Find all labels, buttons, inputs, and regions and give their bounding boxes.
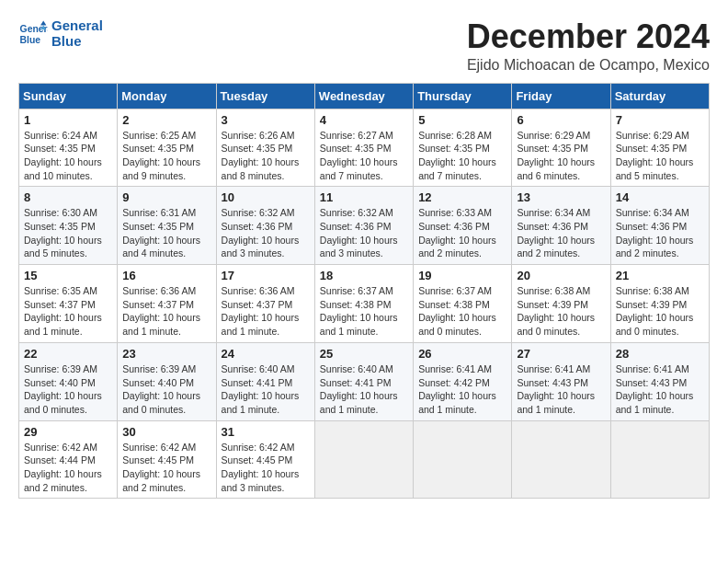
weekday-header: Tuesday [216,83,314,109]
day-number: 18 [320,269,408,282]
calendar-cell: 8Sunrise: 6:30 AM Sunset: 4:35 PM Daylig… [19,187,118,265]
day-number: 14 [616,190,704,204]
calendar-week-row: 8Sunrise: 6:30 AM Sunset: 4:35 PM Daylig… [19,187,710,265]
weekday-header: Wednesday [314,83,413,109]
calendar-cell [414,420,512,499]
day-info: Sunrise: 6:41 AM Sunset: 4:42 PM Dayligh… [418,362,506,417]
day-info: Sunrise: 6:29 AM Sunset: 4:35 PM Dayligh… [616,129,704,183]
calendar-cell: 17Sunrise: 6:36 AM Sunset: 4:37 PM Dayli… [216,265,314,343]
day-info: Sunrise: 6:31 AM Sunset: 4:35 PM Dayligh… [122,206,210,260]
day-info: Sunrise: 6:36 AM Sunset: 4:37 PM Dayligh… [122,284,210,339]
day-info: Sunrise: 6:27 AM Sunset: 4:35 PM Dayligh… [320,129,408,183]
weekday-header: Thursday [414,83,512,109]
calendar-cell [314,420,413,499]
day-number: 25 [320,347,408,361]
weekday-header: Saturday [610,83,709,109]
day-number: 7 [616,113,704,127]
calendar-week-row: 29Sunrise: 6:42 AM Sunset: 4:44 PM Dayli… [19,420,710,499]
logo-icon: General Blue [18,19,48,49]
weekday-header: Sunday [19,83,118,109]
title-block: December 2024 Ejido Michoacan de Ocampo,… [467,18,710,74]
day-info: Sunrise: 6:28 AM Sunset: 4:35 PM Dayligh… [418,129,506,183]
day-info: Sunrise: 6:37 AM Sunset: 4:38 PM Dayligh… [320,284,408,339]
svg-marker-2 [40,20,46,25]
day-info: Sunrise: 6:26 AM Sunset: 4:35 PM Dayligh… [222,129,310,183]
calendar-cell: 30Sunrise: 6:42 AM Sunset: 4:45 PM Dayli… [118,420,216,499]
day-number: 24 [222,347,310,361]
calendar-cell: 27Sunrise: 6:41 AM Sunset: 4:43 PM Dayli… [512,342,610,420]
day-number: 20 [517,269,605,282]
day-number: 12 [418,190,506,204]
logo: General Blue General Blue [18,18,103,49]
day-info: Sunrise: 6:40 AM Sunset: 4:41 PM Dayligh… [222,362,310,417]
month-title: December 2024 [467,18,710,55]
calendar-cell: 31Sunrise: 6:42 AM Sunset: 4:45 PM Dayli… [216,420,314,499]
day-number: 5 [418,113,506,127]
day-info: Sunrise: 6:40 AM Sunset: 4:41 PM Dayligh… [320,362,408,417]
day-info: Sunrise: 6:42 AM Sunset: 4:45 PM Dayligh… [222,441,310,495]
day-info: Sunrise: 6:35 AM Sunset: 4:37 PM Dayligh… [24,284,112,339]
calendar-cell: 26Sunrise: 6:41 AM Sunset: 4:42 PM Dayli… [414,342,512,420]
day-number: 1 [24,113,112,127]
day-info: Sunrise: 6:42 AM Sunset: 4:45 PM Dayligh… [122,441,210,495]
calendar-cell: 6Sunrise: 6:29 AM Sunset: 4:35 PM Daylig… [512,109,610,187]
day-info: Sunrise: 6:39 AM Sunset: 4:40 PM Dayligh… [24,362,112,417]
calendar-cell: 21Sunrise: 6:38 AM Sunset: 4:39 PM Dayli… [610,265,709,343]
day-info: Sunrise: 6:34 AM Sunset: 4:36 PM Dayligh… [517,206,605,260]
day-info: Sunrise: 6:32 AM Sunset: 4:36 PM Dayligh… [222,206,310,260]
day-info: Sunrise: 6:38 AM Sunset: 4:39 PM Dayligh… [517,284,605,339]
calendar-week-row: 15Sunrise: 6:35 AM Sunset: 4:37 PM Dayli… [19,265,710,343]
day-number: 28 [616,347,704,361]
calendar-cell: 5Sunrise: 6:28 AM Sunset: 4:35 PM Daylig… [414,109,512,187]
day-number: 11 [320,190,408,204]
calendar-cell: 4Sunrise: 6:27 AM Sunset: 4:35 PM Daylig… [314,109,413,187]
calendar-cell: 11Sunrise: 6:32 AM Sunset: 4:36 PM Dayli… [314,187,413,265]
calendar-cell: 7Sunrise: 6:29 AM Sunset: 4:35 PM Daylig… [610,109,709,187]
day-info: Sunrise: 6:39 AM Sunset: 4:40 PM Dayligh… [122,362,210,417]
day-number: 10 [222,190,310,204]
day-number: 31 [222,425,310,439]
day-number: 15 [24,269,112,282]
day-info: Sunrise: 6:32 AM Sunset: 4:36 PM Dayligh… [320,206,408,260]
day-number: 3 [222,113,310,127]
day-number: 16 [122,269,210,282]
day-info: Sunrise: 6:41 AM Sunset: 4:43 PM Dayligh… [616,362,704,417]
calendar-cell: 1Sunrise: 6:24 AM Sunset: 4:35 PM Daylig… [19,109,118,187]
calendar-cell: 20Sunrise: 6:38 AM Sunset: 4:39 PM Dayli… [512,265,610,343]
calendar-cell: 12Sunrise: 6:33 AM Sunset: 4:36 PM Dayli… [414,187,512,265]
calendar-cell: 14Sunrise: 6:34 AM Sunset: 4:36 PM Dayli… [610,187,709,265]
day-number: 6 [517,113,605,127]
day-number: 21 [616,269,704,282]
day-number: 9 [122,190,210,204]
day-number: 2 [122,113,210,127]
logo-line1: General [51,18,103,34]
day-number: 19 [418,269,506,282]
day-info: Sunrise: 6:34 AM Sunset: 4:36 PM Dayligh… [616,206,704,260]
day-info: Sunrise: 6:37 AM Sunset: 4:38 PM Dayligh… [418,284,506,339]
day-number: 22 [24,347,112,361]
day-number: 29 [24,425,112,439]
calendar-cell: 24Sunrise: 6:40 AM Sunset: 4:41 PM Dayli… [216,342,314,420]
weekday-header: Monday [118,83,216,109]
day-info: Sunrise: 6:33 AM Sunset: 4:36 PM Dayligh… [418,206,506,260]
day-info: Sunrise: 6:38 AM Sunset: 4:39 PM Dayligh… [616,284,704,339]
day-info: Sunrise: 6:36 AM Sunset: 4:37 PM Dayligh… [222,284,310,339]
day-number: 23 [122,347,210,361]
calendar-header-row: SundayMondayTuesdayWednesdayThursdayFrid… [19,83,710,109]
day-number: 27 [517,347,605,361]
calendar-cell: 28Sunrise: 6:41 AM Sunset: 4:43 PM Dayli… [610,342,709,420]
weekday-header: Friday [512,83,610,109]
calendar-cell: 2Sunrise: 6:25 AM Sunset: 4:35 PM Daylig… [118,109,216,187]
day-info: Sunrise: 6:24 AM Sunset: 4:35 PM Dayligh… [24,129,112,183]
calendar-cell: 10Sunrise: 6:32 AM Sunset: 4:36 PM Dayli… [216,187,314,265]
calendar-cell: 15Sunrise: 6:35 AM Sunset: 4:37 PM Dayli… [19,265,118,343]
calendar-cell: 9Sunrise: 6:31 AM Sunset: 4:35 PM Daylig… [118,187,216,265]
calendar-table: SundayMondayTuesdayWednesdayThursdayFrid… [18,83,710,500]
calendar-cell [512,420,610,499]
day-info: Sunrise: 6:25 AM Sunset: 4:35 PM Dayligh… [122,129,210,183]
calendar-week-row: 22Sunrise: 6:39 AM Sunset: 4:40 PM Dayli… [19,342,710,420]
calendar-cell: 19Sunrise: 6:37 AM Sunset: 4:38 PM Dayli… [414,265,512,343]
calendar-cell [610,420,709,499]
svg-text:Blue: Blue [20,34,41,44]
calendar-cell: 13Sunrise: 6:34 AM Sunset: 4:36 PM Dayli… [512,187,610,265]
